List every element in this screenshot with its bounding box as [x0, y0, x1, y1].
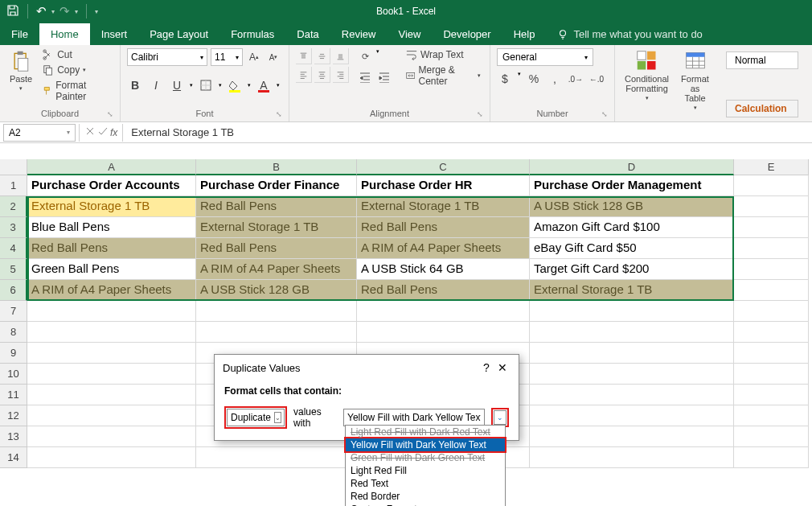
- cell[interactable]: Red Ball Pens: [357, 217, 530, 238]
- column-header[interactable]: D: [530, 159, 734, 175]
- column-header[interactable]: C: [357, 159, 530, 175]
- cell[interactable]: [357, 322, 530, 343]
- cell[interactable]: [27, 426, 196, 447]
- row-header[interactable]: 10: [0, 364, 27, 385]
- save-icon[interactable]: [6, 4, 19, 19]
- cell[interactable]: [196, 447, 357, 468]
- cell[interactable]: [27, 447, 196, 468]
- cell[interactable]: [734, 238, 809, 259]
- tab-data[interactable]: Data: [285, 23, 330, 45]
- font-launcher-icon[interactable]: ⤡: [276, 110, 282, 118]
- row-header[interactable]: 14: [0, 447, 27, 468]
- cell[interactable]: [734, 196, 809, 217]
- tab-home[interactable]: Home: [39, 23, 90, 45]
- cell[interactable]: [530, 426, 734, 447]
- row-header[interactable]: 11: [0, 385, 27, 405]
- row-header[interactable]: 1: [0, 175, 27, 196]
- decrease-decimal-button[interactable]: ←.0: [588, 71, 605, 87]
- column-header[interactable]: A: [27, 159, 196, 175]
- cell[interactable]: Purchase Order Accounts: [27, 175, 196, 196]
- merge-center-button[interactable]: Merge & Center ▾: [404, 64, 483, 88]
- dropdown-option[interactable]: Yellow Fill with Dark Yellow Text: [344, 437, 506, 453]
- cell[interactable]: [27, 385, 196, 405]
- cell[interactable]: [530, 385, 734, 405]
- cell[interactable]: Red Ball Pens: [27, 238, 196, 259]
- accounting-format-button[interactable]: $: [497, 71, 513, 87]
- tab-file[interactable]: File: [0, 23, 39, 45]
- cell[interactable]: A RIM of A4 Paper Sheets: [357, 238, 530, 259]
- undo-dropdown[interactable]: ▾: [51, 8, 55, 15]
- cell[interactable]: Purchase Order Finance: [196, 175, 357, 196]
- align-top-button[interactable]: [296, 48, 312, 64]
- format-style-dropdown-button[interactable]: ⌄: [494, 410, 506, 425]
- dropdown-option[interactable]: Custom Format...: [346, 503, 505, 506]
- cell[interactable]: [530, 301, 734, 322]
- cancel-formula-icon[interactable]: [84, 125, 96, 139]
- clipboard-launcher-icon[interactable]: ⤡: [107, 110, 113, 118]
- select-all-corner[interactable]: [0, 159, 27, 175]
- duplicate-mode-select[interactable]: Duplicate ⌄: [227, 409, 285, 426]
- percent-format-button[interactable]: %: [526, 71, 542, 87]
- cell[interactable]: [734, 175, 809, 196]
- cell[interactable]: [27, 405, 196, 426]
- dropdown-option[interactable]: Red Border: [346, 490, 505, 503]
- align-bottom-button[interactable]: [333, 48, 349, 64]
- cell[interactable]: Blue Ball Pens: [27, 217, 196, 238]
- font-color-button[interactable]: A: [256, 77, 272, 93]
- cell[interactable]: [734, 426, 809, 447]
- row-header[interactable]: 13: [0, 426, 27, 447]
- cell[interactable]: [530, 364, 734, 385]
- cell[interactable]: [530, 343, 734, 364]
- cell[interactable]: [734, 405, 809, 426]
- cell[interactable]: Purchase Order HR: [357, 175, 530, 196]
- italic-button[interactable]: I: [148, 77, 164, 93]
- cell[interactable]: External Storage 1 TB: [196, 217, 357, 238]
- dialog-close-button[interactable]: ✕: [494, 361, 511, 374]
- redo-dropdown[interactable]: ▾: [75, 8, 78, 15]
- cell[interactable]: Red Ball Pens: [196, 196, 357, 217]
- format-style-select[interactable]: Yellow Fill with Dark Yellow Text: [343, 409, 485, 426]
- formula-input[interactable]: External Storage 1 TB: [123, 126, 812, 138]
- increase-decimal-button[interactable]: .0→: [568, 71, 584, 87]
- cell[interactable]: Red Ball Pens: [357, 280, 530, 301]
- increase-indent-button[interactable]: [376, 69, 392, 85]
- paste-button[interactable]: Paste ▾: [6, 48, 35, 93]
- number-launcher-icon[interactable]: ⤡: [601, 110, 608, 118]
- align-right-button[interactable]: [333, 67, 349, 83]
- enter-formula-icon[interactable]: [97, 125, 109, 139]
- row-header[interactable]: 8: [0, 322, 27, 343]
- cell[interactable]: A USB Stick 128 GB: [196, 280, 357, 301]
- cell[interactable]: [734, 385, 809, 405]
- cell[interactable]: Purchase Order Management: [530, 175, 734, 196]
- cell[interactable]: [196, 301, 357, 322]
- row-header[interactable]: 6: [0, 280, 27, 301]
- format-as-table-button[interactable]: Format as Table▾: [677, 48, 713, 113]
- align-left-button[interactable]: [296, 67, 312, 83]
- cell[interactable]: External Storage 1 TB: [27, 196, 196, 217]
- cell[interactable]: [530, 447, 734, 468]
- cell[interactable]: [734, 343, 809, 364]
- cell[interactable]: [734, 301, 809, 322]
- underline-button[interactable]: U: [169, 77, 185, 93]
- cell[interactable]: Green Ball Pens: [27, 259, 196, 280]
- cell[interactable]: [530, 405, 734, 426]
- cell[interactable]: [530, 322, 734, 343]
- dialog-help-button[interactable]: ?: [478, 361, 494, 374]
- number-format-select[interactable]: General▾: [497, 48, 593, 66]
- increase-font-button[interactable]: A▴: [246, 49, 262, 65]
- cell[interactable]: [734, 217, 809, 238]
- row-header[interactable]: 3: [0, 217, 27, 238]
- tab-developer[interactable]: Developer: [432, 23, 502, 45]
- copy-button[interactable]: Copy ▾: [40, 64, 113, 76]
- tab-help[interactable]: Help: [502, 23, 547, 45]
- dropdown-option[interactable]: Red Text: [346, 477, 505, 490]
- tab-insert[interactable]: Insert: [90, 23, 139, 45]
- font-size-select[interactable]: 11▾: [211, 48, 243, 66]
- cell[interactable]: External Storage 1 TB: [530, 280, 734, 301]
- alignment-launcher-icon[interactable]: ⤡: [477, 110, 483, 118]
- tab-review[interactable]: Review: [330, 23, 388, 45]
- borders-button[interactable]: [198, 77, 214, 93]
- row-header[interactable]: 9: [0, 343, 27, 364]
- tab-view[interactable]: View: [387, 23, 432, 45]
- align-center-button[interactable]: [314, 67, 330, 83]
